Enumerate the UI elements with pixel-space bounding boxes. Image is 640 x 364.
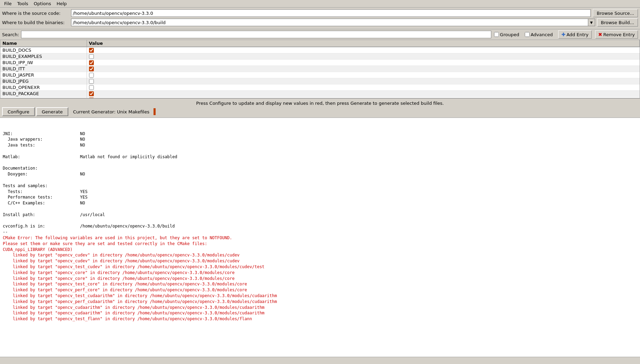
search-options: Grouped Advanced ✚ Add Entry ✖ Remove En… xyxy=(494,30,638,39)
cmake-checkbox[interactable] xyxy=(89,91,94,96)
grouped-checkbox-label[interactable]: Grouped xyxy=(494,32,519,37)
output-normal-text: JNI: NO Java wrappers: NO Java tests: NO… xyxy=(3,131,637,235)
search-bar: Search: Grouped Advanced ✚ Add Entry ✖ R… xyxy=(0,29,640,40)
table-cell-value[interactable] xyxy=(87,60,640,66)
menu-help[interactable]: Help xyxy=(54,0,70,7)
table-body: BUILD_DOCSBUILD_EXAMPLESBUILD_IPP_IWBUIL… xyxy=(0,47,640,98)
table-cell-value[interactable] xyxy=(87,53,640,60)
cmake-checkbox[interactable] xyxy=(89,54,94,59)
table-row: BUILD_JPEG xyxy=(0,78,640,84)
cmake-checkbox[interactable] xyxy=(89,85,94,90)
table-cell-name: BUILD_OPENEXR xyxy=(0,84,87,91)
browse-source-button[interactable]: Browse Source... xyxy=(593,9,638,17)
table-area: Name Value BUILD_DOCSBUILD_EXAMPLESBUILD… xyxy=(0,40,640,98)
advanced-checkbox-label[interactable]: Advanced xyxy=(525,32,553,37)
search-label: Search: xyxy=(2,32,19,37)
configure-bar: Press Configure to update and display ne… xyxy=(0,98,640,118)
remove-entry-button[interactable]: ✖ Remove Entry xyxy=(595,30,638,39)
output-error-text: CMake Error: The following variables are… xyxy=(3,235,637,322)
table-cell-name: BUILD_PACKAGE xyxy=(0,91,87,97)
table-cell-name: BUILD_ITT xyxy=(0,66,87,72)
grouped-checkbox[interactable] xyxy=(494,32,499,37)
horizontal-scrollbar[interactable] xyxy=(0,357,640,362)
table-cell-name: BUILD_IPP_IW xyxy=(0,60,87,66)
generator-text: Current Generator: Unix Makefiles xyxy=(73,109,149,114)
output-area: JNI: NO Java wrappers: NO Java tests: NO… xyxy=(0,118,640,357)
table-cell-name: BUILD_DOCS xyxy=(0,47,87,53)
table-cell-value[interactable] xyxy=(87,78,640,84)
cmake-checkbox[interactable] xyxy=(89,60,94,65)
add-entry-icon: ✚ xyxy=(561,32,565,37)
build-input[interactable] xyxy=(71,19,588,26)
source-input[interactable] xyxy=(71,9,591,17)
configure-button[interactable]: Configure xyxy=(2,107,35,116)
generate-button[interactable]: Generate xyxy=(36,107,68,116)
menubar: File Tools Options Help xyxy=(0,0,640,8)
cmake-checkbox[interactable] xyxy=(89,48,94,53)
progress-indicator xyxy=(154,108,156,115)
table-row: BUILD_EXAMPLES xyxy=(0,53,640,60)
table-cell-name: BUILD_EXAMPLES xyxy=(0,53,87,60)
table-row: BUILD_OPENEXR xyxy=(0,84,640,91)
press-info: Press Configure to update and display ne… xyxy=(2,100,638,107)
table-row: BUILD_IPP_IW xyxy=(0,60,640,66)
col-value: Value xyxy=(87,40,640,47)
output-content: JNI: NO Java wrappers: NO Java tests: NO… xyxy=(3,131,637,322)
search-input[interactable] xyxy=(21,31,491,38)
cmake-checkbox[interactable] xyxy=(89,73,94,78)
advanced-checkbox[interactable] xyxy=(525,32,530,37)
table-row: BUILD_PACKAGE xyxy=(0,91,640,97)
menu-file[interactable]: File xyxy=(1,0,14,7)
col-name: Name xyxy=(0,40,87,47)
build-dropdown-arrow[interactable]: ▼ xyxy=(588,19,595,26)
source-label: Where is the source code: xyxy=(2,11,71,16)
remove-entry-icon: ✖ xyxy=(598,32,602,37)
source-row: Where is the source code: Browse Source.… xyxy=(2,9,638,17)
cmake-table: Name Value BUILD_DOCSBUILD_EXAMPLESBUILD… xyxy=(0,40,640,98)
table-row: BUILD_DOCS xyxy=(0,47,640,53)
browse-build-button[interactable]: Browse Build... xyxy=(597,18,638,27)
table-cell-value[interactable] xyxy=(87,91,640,97)
table-header-row: Name Value xyxy=(0,40,640,47)
table-cell-name: BUILD_JASPER xyxy=(0,72,87,78)
table-cell-name: BUILD_JPEG xyxy=(0,78,87,84)
table-cell-value[interactable] xyxy=(87,72,640,78)
top-form: Where is the source code: Browse Source.… xyxy=(0,8,640,29)
cmake-checkbox[interactable] xyxy=(89,79,94,84)
menu-options[interactable]: Options xyxy=(31,0,54,7)
table-cell-value[interactable] xyxy=(87,47,640,53)
cmake-checkbox[interactable] xyxy=(89,67,94,71)
table-row: BUILD_ITT xyxy=(0,66,640,72)
table-cell-value[interactable] xyxy=(87,84,640,91)
action-buttons: Configure Generate Current Generator: Un… xyxy=(2,107,638,116)
build-row: Where to build the binaries: ▼ Browse Bu… xyxy=(2,18,638,27)
add-entry-button[interactable]: ✚ Add Entry xyxy=(558,30,592,39)
table-row: BUILD_JASPER xyxy=(0,72,640,78)
menu-tools[interactable]: Tools xyxy=(14,0,31,7)
table-cell-value[interactable] xyxy=(87,66,640,72)
build-label: Where to build the binaries: xyxy=(2,20,71,25)
